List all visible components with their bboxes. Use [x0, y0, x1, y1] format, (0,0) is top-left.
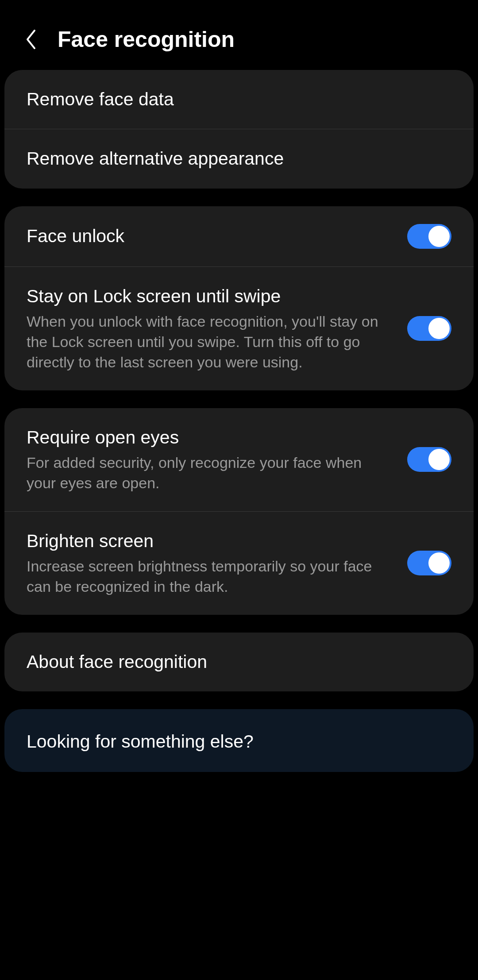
- row-subtitle: When you unlock with face recognition, y…: [27, 312, 394, 373]
- row-face-unlock[interactable]: Face unlock: [4, 206, 474, 267]
- row-title: Face unlock: [27, 224, 394, 248]
- row-title: Remove alternative appearance: [27, 147, 438, 170]
- content: Remove face data Remove alternative appe…: [0, 70, 478, 772]
- card-security-options: Require open eyes For added security, on…: [4, 408, 474, 615]
- toggle-require-open-eyes[interactable]: [407, 447, 451, 472]
- footer-title: Looking for something else?: [4, 709, 474, 772]
- row-title: Remove face data: [27, 88, 438, 111]
- page-title: Face recognition: [58, 27, 235, 52]
- row-about-face-recognition[interactable]: About face recognition: [4, 633, 474, 691]
- row-title: Brighten screen: [27, 529, 394, 553]
- card-footer[interactable]: Looking for something else?: [4, 709, 474, 772]
- toggle-face-unlock[interactable]: [407, 224, 451, 249]
- row-require-open-eyes[interactable]: Require open eyes For added security, on…: [4, 408, 474, 512]
- row-subtitle: Increase screen brightness temporarily s…: [27, 556, 394, 597]
- row-title: Stay on Lock screen until swipe: [27, 285, 394, 308]
- card-face-data: Remove face data Remove alternative appe…: [4, 70, 474, 189]
- card-about: About face recognition: [4, 633, 474, 691]
- toggle-brighten-screen[interactable]: [407, 551, 451, 575]
- row-stay-on-lock-screen[interactable]: Stay on Lock screen until swipe When you…: [4, 267, 474, 390]
- back-button[interactable]: [22, 31, 40, 48]
- row-title: Require open eyes: [27, 426, 394, 449]
- back-icon: [25, 29, 37, 50]
- row-subtitle: For added security, only recognize your …: [27, 453, 394, 494]
- row-brighten-screen[interactable]: Brighten screen Increase screen brightne…: [4, 512, 474, 615]
- row-remove-alternative-appearance[interactable]: Remove alternative appearance: [4, 129, 474, 188]
- row-title: About face recognition: [27, 650, 438, 674]
- toggle-stay-on-lock-screen[interactable]: [407, 316, 451, 341]
- card-face-unlock: Face unlock Stay on Lock screen until sw…: [4, 206, 474, 390]
- header: Face recognition: [0, 0, 478, 70]
- row-remove-face-data[interactable]: Remove face data: [4, 70, 474, 129]
